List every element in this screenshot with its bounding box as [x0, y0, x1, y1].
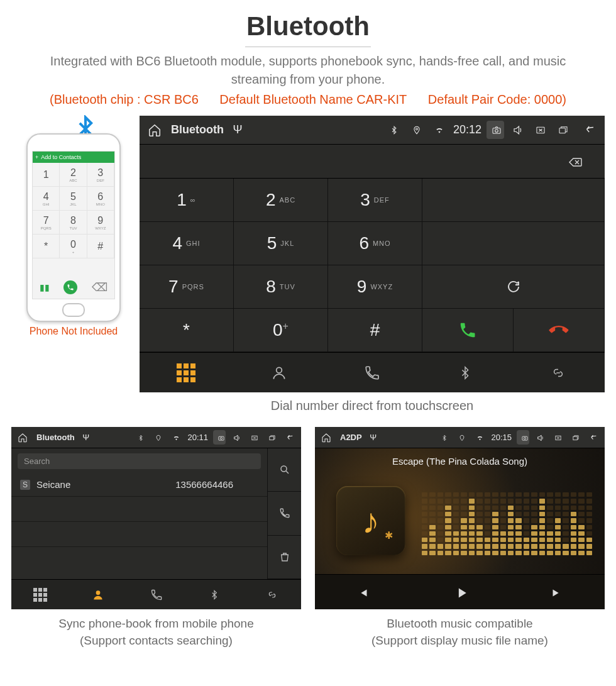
- backspace-icon[interactable]: [564, 152, 586, 171]
- nav-bluetooth[interactable]: [419, 353, 512, 392]
- svg-rect-12: [522, 436, 527, 440]
- recent-apps-icon[interactable]: [266, 433, 278, 442]
- svg-point-10: [281, 466, 287, 472]
- dialer-screen: Bluetooth Ψ 20:12: [140, 116, 605, 392]
- phone-topbar: + Add to Contacts: [33, 152, 114, 163]
- phonepad-key-6[interactable]: 6MNO: [87, 187, 114, 211]
- phonepad-key-2[interactable]: 2ABC: [60, 163, 87, 187]
- svg-point-13: [524, 438, 525, 440]
- bt-status-icon: [385, 123, 403, 136]
- phonebook-screen: Bluetooth Ψ 20:11 Search S Seicane: [11, 427, 301, 609]
- call-button[interactable]: [422, 309, 514, 352]
- phonepad-key-1[interactable]: 1: [33, 163, 60, 187]
- music-content: Escape (The Pina Colada Song) ♪✱: [315, 448, 605, 574]
- contact-row[interactable]: S Seicane 13566664466: [11, 473, 267, 497]
- nav-contacts[interactable]: [233, 353, 326, 392]
- refresh-button[interactable]: [422, 265, 605, 309]
- contact-row-empty: [11, 497, 267, 522]
- phonepad-key-*[interactable]: *: [33, 235, 60, 258]
- back-icon[interactable]: [587, 433, 600, 442]
- nav-pair[interactable]: [512, 353, 605, 392]
- dialer-caption: Dial number direct from touchscreen: [140, 399, 605, 413]
- nav-calllog[interactable]: [127, 580, 185, 609]
- usb-icon: Ψ: [367, 433, 380, 442]
- phonepad-key-8[interactable]: 8TUV: [60, 211, 87, 235]
- nav-pair[interactable]: [243, 580, 301, 609]
- hangup-button[interactable]: [514, 309, 605, 352]
- page-description: Integrated with BC6 Bluetooth module, su…: [0, 52, 616, 89]
- contact-row-empty: [11, 522, 267, 547]
- dial-empty: [422, 179, 605, 222]
- dial-key-1[interactable]: 1∞: [140, 179, 234, 222]
- bt-overlay-icon: ✱: [385, 529, 393, 541]
- volume-icon[interactable]: [534, 433, 547, 442]
- volume-icon[interactable]: [231, 433, 243, 442]
- contact-number: 13566664466: [175, 479, 233, 490]
- phonepad-key-9[interactable]: 9WXYZ: [87, 211, 114, 235]
- phonepad-key-0[interactable]: 0+: [60, 235, 87, 258]
- nav-keypad[interactable]: [140, 353, 233, 392]
- home-icon[interactable]: [146, 123, 163, 136]
- phone-dial-icon: ▮▮: [40, 282, 50, 292]
- side-call-icon[interactable]: [268, 492, 301, 535]
- music-caption-1: Bluetooth music compatible: [315, 616, 605, 633]
- nav-calllog[interactable]: [326, 353, 419, 392]
- bt-status-icon: [135, 433, 147, 442]
- svg-rect-15: [573, 436, 577, 440]
- camera-icon[interactable]: [213, 430, 226, 445]
- phonepad-key-#[interactable]: #: [87, 235, 114, 258]
- nav-keypad[interactable]: [11, 580, 69, 609]
- camera-icon[interactable]: [487, 121, 504, 139]
- dial-key-2[interactable]: 2ABC: [234, 179, 328, 222]
- dialer-statusbar: Bluetooth Ψ 20:12: [140, 116, 605, 145]
- close-app-icon[interactable]: [532, 123, 549, 136]
- pb-title: Bluetooth: [36, 433, 75, 442]
- close-app-icon[interactable]: [248, 433, 261, 442]
- equalizer-viz: [422, 492, 592, 555]
- phonepad-key-7[interactable]: 7PQRS: [33, 211, 60, 235]
- dial-key-9[interactable]: 9WXYZ: [328, 265, 422, 309]
- home-icon[interactable]: [320, 432, 333, 443]
- back-icon[interactable]: [581, 123, 598, 136]
- dial-key-3[interactable]: 3DEF: [328, 179, 422, 222]
- dial-input[interactable]: [140, 145, 605, 179]
- side-search-icon[interactable]: [268, 448, 301, 492]
- spec-chip: (Bluetooth chip : CSR BC6: [50, 92, 199, 106]
- dial-key-#[interactable]: #: [328, 309, 422, 352]
- phonepad-key-4[interactable]: 4GHI: [33, 187, 60, 211]
- prev-button[interactable]: [315, 584, 412, 601]
- dial-key-8[interactable]: 8TUV: [234, 265, 328, 309]
- side-delete-icon[interactable]: [268, 536, 301, 579]
- recent-apps-icon[interactable]: [569, 433, 582, 442]
- svg-rect-1: [493, 128, 500, 134]
- track-name: Escape (The Pina Colada Song): [315, 456, 605, 467]
- phone-call-button[interactable]: [63, 280, 77, 294]
- dial-key-*[interactable]: *: [140, 309, 234, 352]
- next-button[interactable]: [508, 584, 605, 601]
- volume-icon[interactable]: [509, 123, 527, 136]
- dialer-nav: [140, 352, 605, 392]
- dial-key-4[interactable]: 4GHI: [140, 222, 234, 265]
- usb-icon: Ψ: [229, 123, 246, 136]
- dial-key-7[interactable]: 7PQRS: [140, 265, 234, 309]
- dial-key-6[interactable]: 6MNO: [328, 222, 422, 265]
- location-icon: [456, 433, 468, 442]
- home-icon[interactable]: [16, 432, 29, 443]
- dial-key-5[interactable]: 5JKL: [234, 222, 328, 265]
- back-icon[interactable]: [283, 433, 296, 442]
- play-button[interactable]: [412, 583, 509, 601]
- pb-statusbar: Bluetooth Ψ 20:11: [11, 427, 301, 448]
- usb-icon: Ψ: [80, 433, 92, 442]
- nav-contacts[interactable]: [69, 580, 127, 609]
- search-input[interactable]: Search: [18, 453, 261, 469]
- recent-apps-icon[interactable]: [554, 123, 572, 136]
- close-app-icon[interactable]: [552, 433, 564, 442]
- phonepad-key-5[interactable]: 5JKL: [60, 187, 87, 211]
- svg-point-11: [96, 590, 101, 595]
- dial-key-0[interactable]: 0+: [234, 309, 328, 352]
- album-art-icon: ♪✱: [336, 486, 405, 555]
- pb-nav: [11, 579, 301, 609]
- nav-bluetooth[interactable]: [185, 580, 243, 609]
- phonepad-key-3[interactable]: 3DEF: [87, 163, 114, 187]
- camera-icon[interactable]: [517, 430, 529, 445]
